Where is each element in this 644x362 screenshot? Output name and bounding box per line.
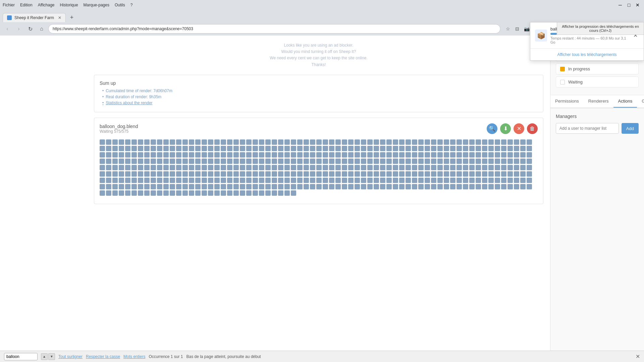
tab-renderers[interactable]: Renderers bbox=[584, 95, 613, 108]
home-button[interactable]: ⌂ bbox=[37, 24, 46, 34]
frame-cell bbox=[284, 165, 290, 170]
frame-cell bbox=[367, 152, 373, 158]
back-button[interactable]: ‹ bbox=[3, 24, 12, 34]
match-case-link[interactable]: Respecter la casse bbox=[86, 354, 120, 359]
menu-edition[interactable]: Edition bbox=[20, 3, 33, 7]
add-manager-button[interactable]: Add bbox=[622, 123, 639, 134]
frame-cell bbox=[202, 171, 207, 177]
frame-cell bbox=[431, 171, 436, 177]
frame-cell bbox=[304, 178, 309, 183]
tab-actions[interactable]: Actions bbox=[613, 95, 637, 108]
whole-words-link[interactable]: Mots entiers bbox=[123, 354, 145, 359]
scene-cancel-button[interactable]: ✕ bbox=[514, 123, 524, 134]
frame-cell bbox=[399, 139, 405, 145]
frame-cell bbox=[501, 152, 506, 158]
menu-historique[interactable]: Historique bbox=[60, 3, 78, 7]
menu-outils[interactable]: Outils bbox=[115, 3, 125, 7]
close-button[interactable]: ✕ bbox=[634, 1, 641, 9]
refresh-button[interactable]: ↻ bbox=[25, 24, 35, 34]
frame-cell bbox=[131, 171, 137, 177]
frame-cell bbox=[195, 178, 201, 183]
frame-cell bbox=[265, 165, 271, 170]
frame-cell bbox=[304, 165, 309, 170]
find-prev-button[interactable]: ▲ bbox=[41, 353, 48, 360]
menu-fichier[interactable]: Fichier bbox=[3, 3, 15, 7]
frame-cell bbox=[138, 159, 143, 164]
frame-cell bbox=[182, 190, 188, 196]
bookmark-star-icon[interactable]: ☆ bbox=[504, 25, 512, 33]
bookmark-list-icon[interactable]: ⊟ bbox=[513, 25, 521, 33]
frame-cell bbox=[259, 171, 264, 177]
find-input[interactable] bbox=[4, 353, 38, 360]
frame-cell bbox=[335, 146, 341, 151]
frame-cell bbox=[476, 171, 481, 177]
frame-cell bbox=[380, 165, 385, 170]
manager-input[interactable] bbox=[556, 123, 619, 134]
frame-cell bbox=[131, 178, 137, 183]
scene-delete-button[interactable]: 🗑 bbox=[527, 123, 538, 134]
frame-cell bbox=[265, 159, 271, 164]
frame-cell bbox=[278, 165, 283, 170]
frame-cell bbox=[374, 178, 379, 183]
maximize-button[interactable]: □ bbox=[625, 1, 633, 9]
show-all-downloads-link[interactable]: Afficher tous les téléchargements bbox=[557, 52, 616, 57]
frame-cell bbox=[176, 178, 181, 183]
find-close-button[interactable]: ✕ bbox=[636, 353, 640, 360]
stat-link[interactable]: Statistics about the render bbox=[102, 101, 538, 105]
frame-cell bbox=[227, 165, 232, 170]
frame-cell bbox=[151, 178, 156, 183]
tab-close-icon[interactable]: ✕ bbox=[58, 15, 61, 20]
tab-gallery[interactable]: Gallery bbox=[637, 95, 644, 108]
frame-cell bbox=[342, 165, 347, 170]
frame-cell bbox=[221, 159, 226, 164]
tab-permissions[interactable]: Permissions bbox=[550, 95, 584, 108]
frame-cell bbox=[386, 171, 392, 177]
frame-cell bbox=[233, 171, 239, 177]
frame-cell bbox=[119, 190, 124, 196]
frame-cell bbox=[157, 159, 162, 164]
frame-cell bbox=[112, 171, 118, 177]
frame-cell bbox=[189, 184, 194, 189]
frame-cell bbox=[329, 171, 334, 177]
frame-cell bbox=[399, 165, 405, 170]
frame-cell bbox=[202, 190, 207, 196]
frame-cell bbox=[144, 152, 150, 158]
manager-input-row: Add bbox=[556, 123, 639, 134]
find-next-button[interactable]: ▼ bbox=[48, 353, 55, 360]
frame-cell bbox=[170, 190, 175, 196]
browser-tab[interactable]: Sheep it Render Farm ✕ bbox=[3, 13, 66, 22]
frame-cell bbox=[335, 159, 341, 164]
minimize-button[interactable]: ─ bbox=[616, 1, 624, 9]
frame-cell bbox=[233, 159, 239, 164]
frame-cell bbox=[482, 184, 487, 189]
frame-cell bbox=[361, 146, 366, 151]
menu-marque-pages[interactable]: Marque-pages bbox=[84, 3, 109, 7]
menu-help[interactable]: ? bbox=[130, 3, 133, 7]
select-all-link[interactable]: Tout surligner bbox=[58, 354, 83, 359]
frame-cell bbox=[214, 139, 220, 145]
frame-cell bbox=[418, 178, 424, 183]
sum-up-card: Sum up Cumulated time of render: 7d06h07… bbox=[94, 75, 543, 112]
screenshot-icon[interactable]: 📷 bbox=[523, 25, 531, 33]
new-tab-button[interactable]: + bbox=[67, 13, 76, 22]
frame-cell bbox=[125, 152, 130, 158]
frame-cell bbox=[291, 159, 296, 164]
frame-cell bbox=[450, 146, 455, 151]
scene-download-button[interactable]: ⬇ bbox=[500, 123, 511, 134]
frame-cell bbox=[507, 165, 513, 170]
frame-cell bbox=[437, 171, 443, 177]
frame-cell bbox=[157, 165, 162, 170]
forward-button[interactable]: › bbox=[14, 24, 23, 34]
download-close-button[interactable]: ✕ bbox=[632, 36, 639, 40]
frame-cell bbox=[131, 165, 137, 170]
frame-cell bbox=[151, 184, 156, 189]
frame-cell bbox=[488, 139, 494, 145]
address-input[interactable] bbox=[48, 24, 500, 34]
menu-affichage[interactable]: Affichage bbox=[38, 3, 55, 7]
frame-cell bbox=[482, 178, 487, 183]
frame-cell bbox=[488, 184, 494, 189]
frame-cell bbox=[144, 139, 150, 145]
frame-cell bbox=[412, 139, 417, 145]
frame-cell bbox=[214, 152, 220, 158]
scene-search-button[interactable]: 🔍 bbox=[487, 123, 497, 134]
